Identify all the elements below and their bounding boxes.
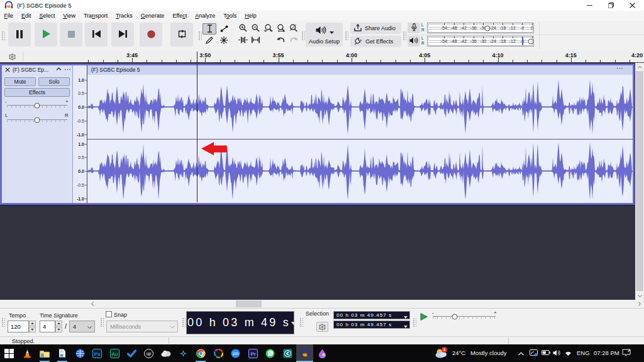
close-button[interactable] <box>621 0 643 11</box>
tempo-input[interactable]: 120 <box>8 321 29 332</box>
tray-weather-text[interactable]: Mostly cloudy <box>470 349 507 356</box>
taskbar-upwork-icon[interactable]: up <box>140 344 157 362</box>
taskbar-photoshop-icon[interactable]: Ps <box>89 344 106 362</box>
snap-checkbox[interactable] <box>106 311 112 317</box>
taskbar-blue-sphere-app-icon[interactable] <box>72 344 89 362</box>
loop-button[interactable] <box>170 23 193 47</box>
selection-start-display[interactable]: 00 h 03 m 49.457 s <box>333 311 410 319</box>
speed-slider-track[interactable] <box>433 316 496 317</box>
timesig-upper-input[interactable]: 4 <box>40 321 55 332</box>
menu-effect[interactable]: Effect <box>169 11 191 20</box>
timesig-spinner[interactable] <box>55 321 62 332</box>
selection-options-gear-icon[interactable] <box>316 322 328 332</box>
toolbar-grip-handle[interactable] <box>300 312 304 333</box>
weather-icon[interactable]: 4 <box>434 347 448 361</box>
tray-cast-icon[interactable] <box>530 349 538 358</box>
restore-button[interactable] <box>600 0 621 11</box>
menu-transport[interactable]: Transport <box>79 11 111 20</box>
get-effects-button[interactable]: Get Effects <box>350 36 401 47</box>
track-collapse-icon[interactable] <box>56 67 62 73</box>
playback-meter[interactable]: -54-48-42-36-30-24-18-12-60 <box>427 36 534 47</box>
track-name[interactable]: (F) SGBC Ep... <box>13 67 54 73</box>
record-button[interactable] <box>140 23 162 47</box>
audio-position-display[interactable]: 00 h 03 m 49 s <box>186 311 294 334</box>
pan-slider-thumb[interactable] <box>35 117 40 123</box>
playback-icon-button[interactable] <box>408 36 420 47</box>
toolbar-grip-handle[interactable] <box>2 25 6 47</box>
tray-clock[interactable]: 07:28 PM <box>594 349 619 356</box>
envelope-tool-button[interactable] <box>217 23 231 35</box>
toolbar-grip-handle[interactable] <box>403 25 407 47</box>
menu-tools[interactable]: Tools <box>219 11 241 20</box>
spinner-up-button[interactable] <box>55 321 62 326</box>
taskbar-whatsapp-icon[interactable] <box>262 344 279 362</box>
selection-end-display[interactable]: 00 h 03 m 49.457 s <box>333 321 410 329</box>
minimize-button[interactable] <box>579 0 600 11</box>
spinner-up-button[interactable] <box>29 321 36 326</box>
vertical-scrollbar[interactable] <box>635 63 644 300</box>
play-at-speed-button[interactable] <box>418 310 430 322</box>
toolbar-grip-handle[interactable] <box>2 312 6 333</box>
taskbar-teal-arrow-app-icon[interactable] <box>279 344 296 362</box>
horizontal-scrollbar-thumb[interactable] <box>236 300 262 307</box>
track-menu-icon[interactable]: ⋯ <box>64 65 72 74</box>
tray-battery-icon[interactable] <box>541 350 550 356</box>
snap-mode-dropdown[interactable]: Milliseconds <box>106 321 178 332</box>
play-button[interactable] <box>35 23 57 47</box>
menu-analyze[interactable]: Analyze <box>191 11 219 20</box>
taskbar-premiere-icon[interactable]: Pr <box>245 344 262 362</box>
zoom-out-button[interactable] <box>250 23 262 34</box>
silence-audio-button[interactable] <box>250 35 262 46</box>
taskbar-file-explorer-icon[interactable] <box>36 344 53 362</box>
redo-button[interactable] <box>287 35 299 46</box>
taskbar-color-wheel-app-icon[interactable] <box>210 344 227 362</box>
taskbar-audition-icon[interactable]: Au <box>106 344 123 362</box>
scroll-up-arrow[interactable] <box>635 63 644 71</box>
taskbar-check-app-icon[interactable] <box>123 344 140 362</box>
taskbar-rainmeter-drop-icon[interactable] <box>314 344 331 362</box>
tray-temperature[interactable]: 24°C <box>452 349 465 356</box>
draw-tool-button[interactable] <box>203 35 216 47</box>
timeline-ruler[interactable]: 3:453:503:554:004:054:104:154:20 <box>0 51 644 63</box>
toolbar-grip-handle[interactable] <box>101 312 104 333</box>
taskbar-zoom-app-icon[interactable]: zm <box>227 344 244 362</box>
timeline-options-gear-icon[interactable] <box>5 52 19 61</box>
menu-help[interactable]: Help <box>241 11 261 20</box>
toolbar-grip-handle[interactable] <box>413 312 417 333</box>
solo-button[interactable]: Solo <box>38 77 70 86</box>
undo-button[interactable] <box>275 35 287 46</box>
tempo-spinner[interactable] <box>29 321 36 332</box>
taskbar-vlc-icon[interactable] <box>19 344 36 362</box>
skip-to-end-button[interactable] <box>111 23 134 47</box>
selection-tool-button[interactable] <box>203 23 216 35</box>
timesig-lower-dropdown[interactable]: 4 <box>69 321 95 332</box>
tray-language[interactable]: ENG <box>577 349 590 356</box>
menu-view[interactable]: View <box>59 11 79 20</box>
tray-chevron-up-icon[interactable] <box>518 351 524 357</box>
horizontal-scrollbar[interactable] <box>0 300 644 308</box>
tray-wifi-icon[interactable] <box>564 350 572 358</box>
vertical-scrollbar-thumb[interactable] <box>636 71 643 291</box>
menu-select[interactable]: Select <box>35 11 59 20</box>
zoom-toggle-button[interactable] <box>287 23 299 34</box>
stop-button[interactable] <box>60 23 82 47</box>
menu-edit[interactable]: Edit <box>18 11 36 20</box>
playback-volume-slider-thumb[interactable] <box>528 38 533 44</box>
spinner-down-button[interactable] <box>55 327 62 332</box>
zoom-to-selection-button[interactable] <box>262 23 274 34</box>
zoom-in-button[interactable] <box>237 23 249 34</box>
taskbar-cloud-app-icon[interactable] <box>158 344 175 362</box>
taskbar-sparkle-app-icon[interactable] <box>175 344 192 362</box>
tray-volume-icon[interactable] <box>553 349 561 358</box>
recording-volume-slider-thumb[interactable] <box>484 25 490 31</box>
scroll-right-arrow[interactable] <box>635 300 643 308</box>
trim-audio-button[interactable] <box>237 35 249 46</box>
share-audio-button[interactable]: Share Audio <box>350 23 401 34</box>
effects-button[interactable]: Effects <box>4 88 70 97</box>
taskbar-start-button[interactable] <box>1 344 18 362</box>
multi-tool-button[interactable] <box>217 35 231 47</box>
scroll-down-arrow[interactable] <box>635 292 644 300</box>
taskbar-document-app-icon[interactable] <box>54 344 71 362</box>
gain-slider-thumb[interactable] <box>35 102 40 108</box>
skip-to-start-button[interactable] <box>85 23 108 47</box>
